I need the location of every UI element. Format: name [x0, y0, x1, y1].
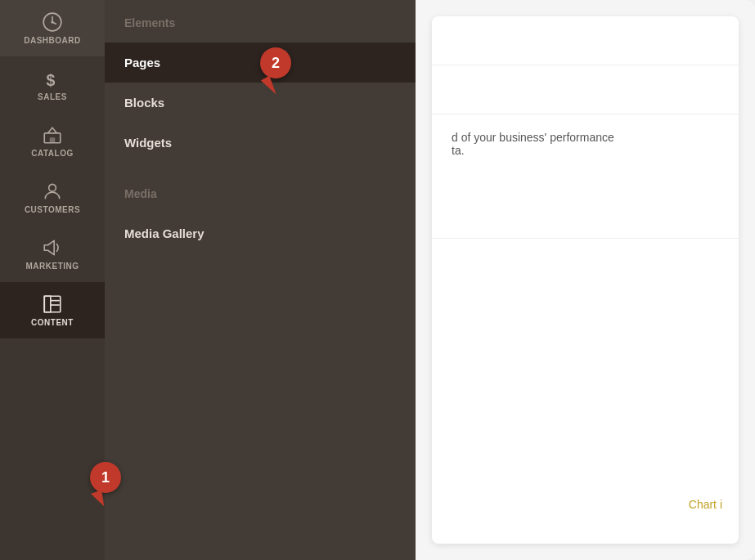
- content-row-1: [432, 16, 739, 65]
- sidebar-item-sales-label: SALES: [38, 92, 67, 101]
- annotation-badge-1: 1: [90, 462, 121, 493]
- sidebar-item-customers[interactable]: CUSTOMERS: [0, 169, 105, 226]
- submenu-media-title: Media: [105, 187, 416, 213]
- sidebar-item-content-label: CONTENT: [31, 318, 74, 327]
- sidebar-item-content[interactable]: CONTENT: [0, 282, 105, 338]
- sidebar-item-sales[interactable]: $ SALES: [0, 56, 105, 113]
- sidebar-item-customers-label: CUSTOMERS: [25, 205, 80, 214]
- svg-rect-7: [44, 296, 51, 312]
- submenu-divider: [105, 163, 416, 187]
- content-row-2: [432, 65, 739, 114]
- submenu-section-elements: Elements Pages Blocks Widgets: [105, 16, 416, 163]
- sidebar-item-dashboard-label: DASHBOARD: [24, 36, 81, 45]
- annotation-badge-2: 2: [260, 47, 291, 78]
- sidebar-item-marketing-label: MARKETING: [25, 262, 79, 271]
- submenu-section-media: Media Media Gallery: [105, 187, 416, 253]
- svg-point-1: [51, 20, 53, 23]
- content-card: d of your business' performance ta. Char…: [432, 16, 739, 544]
- main-content-area: d of your business' performance ta. Char…: [416, 0, 755, 560]
- submenu-panel: Elements Pages Blocks Widgets Media Medi…: [105, 0, 416, 560]
- svg-rect-6: [44, 296, 61, 312]
- svg-rect-4: [50, 137, 56, 143]
- svg-point-5: [49, 184, 56, 191]
- content-snippet: d of your business' performance: [452, 131, 614, 144]
- sidebar-item-catalog[interactable]: CATALOG: [0, 113, 105, 169]
- content-row-3: [432, 190, 739, 239]
- svg-text:$: $: [46, 71, 55, 89]
- submenu-item-blocks[interactable]: Blocks: [105, 83, 416, 123]
- submenu-item-media-gallery[interactable]: Media Gallery: [105, 213, 416, 253]
- sidebar-item-catalog-label: CATALOG: [31, 149, 73, 158]
- sidebar: DASHBOARD $ SALES CATALOG CUSTOMERS: [0, 0, 105, 560]
- content-snippet-2: ta.: [452, 144, 465, 157]
- sidebar-item-marketing[interactable]: MARKETING: [0, 226, 105, 282]
- sidebar-item-dashboard[interactable]: DASHBOARD: [0, 0, 105, 56]
- submenu-item-widgets[interactable]: Widgets: [105, 123, 416, 163]
- content-text-area: d of your business' performance ta.: [432, 114, 739, 173]
- chart-label: Chart i: [689, 498, 722, 511]
- submenu-elements-title: Elements: [105, 16, 416, 43]
